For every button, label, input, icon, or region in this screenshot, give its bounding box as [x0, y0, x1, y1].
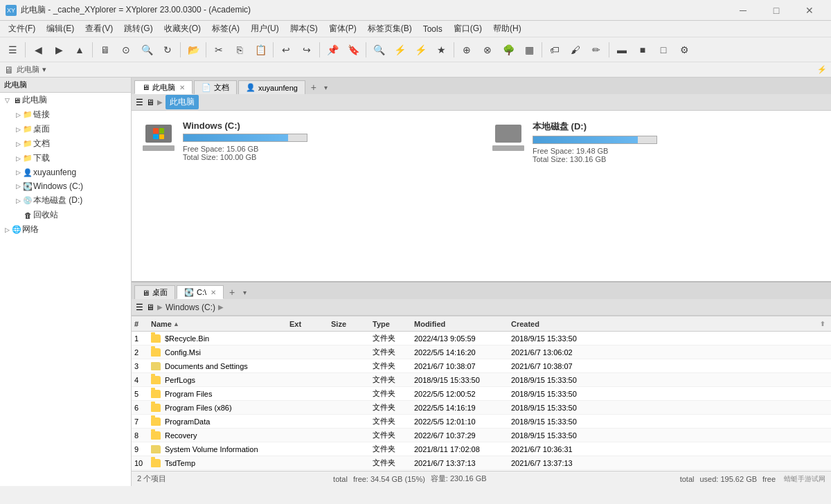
zoom-icon[interactable]: 🔍: [137, 40, 157, 60]
tab-thispc[interactable]: 🖥 此电脑 ✕: [134, 80, 193, 94]
filter-toolbar-icon[interactable]: ⚡: [817, 65, 827, 74]
table-row[interactable]: 3 Documents and Settings 文件夹 2021/6/7 10…: [132, 359, 831, 373]
bookmark-icon[interactable]: 🔖: [343, 40, 363, 60]
panel-menu-icon[interactable]: ☰: [136, 98, 143, 107]
star-icon[interactable]: ★: [431, 40, 451, 60]
tab-ca-close[interactable]: ✕: [211, 289, 216, 296]
table-row[interactable]: 6 Program Files (x86) 文件夹 2022/5/5 14:16…: [132, 401, 831, 415]
tree-item-user[interactable]: ▷ 👤 xuyaunfeng: [0, 165, 131, 179]
tree-item-docs[interactable]: ▷ 📁 文档: [0, 136, 131, 151]
drive-d-item[interactable]: 本地磁盘 (D:) Free Space: 19.48 GB Total Siz…: [488, 118, 824, 166]
up-button[interactable]: ▲: [70, 40, 89, 60]
col-header-name[interactable]: Name ▲: [151, 320, 289, 328]
table-row[interactable]: 5 Program Files 文件夹 2022/5/5 12:00:52 20…: [132, 387, 831, 401]
tab-add-button[interactable]: +: [307, 80, 321, 94]
col-header-type[interactable]: Type: [373, 320, 414, 328]
table-row[interactable]: 1 $Recycle.Bin 文件夹 2022/4/13 9:05:59 201…: [132, 332, 831, 345]
menu-tabsets[interactable]: 标签页集(B): [362, 21, 418, 37]
tree-item-computer[interactable]: ▽ 🖥 此电脑: [0, 93, 131, 107]
menu-view[interactable]: 查看(V): [80, 21, 118, 37]
expand-downloads-icon[interactable]: ▷: [14, 154, 22, 163]
toolbar-menu-icon[interactable]: ☰: [3, 40, 22, 60]
col-header-ext[interactable]: Ext: [289, 320, 331, 328]
tree-item-network[interactable]: ▷ 🌐 网络: [0, 222, 131, 237]
menu-users[interactable]: 用户(U): [245, 21, 285, 37]
bottom-tab-arrow-button[interactable]: ▾: [239, 285, 250, 299]
expand-user-icon[interactable]: ▷: [14, 168, 22, 177]
bottom-tab-add-button[interactable]: +: [225, 285, 239, 299]
forward-button[interactable]: ▶: [49, 40, 69, 60]
drive-c-item[interactable]: Windows (C:) Free Space: 15.06 GB Total …: [138, 118, 474, 166]
paste-icon[interactable]: 📋: [251, 40, 270, 60]
pin-icon[interactable]: 📌: [323, 40, 342, 60]
menu-tags[interactable]: 标签(A): [206, 21, 245, 37]
bottom-panel-menu-icon[interactable]: ☰: [136, 303, 143, 312]
pencil-icon[interactable]: ✏: [587, 40, 606, 60]
table-row[interactable]: 10 TsdTemp 文件夹 2021/6/7 13:37:13 2021/6/…: [132, 456, 831, 470]
filter-icon[interactable]: ⚡: [390, 40, 409, 60]
minimize-button[interactable]: ─: [727, 0, 759, 21]
tab-arrow-button[interactable]: ▾: [321, 80, 332, 94]
tree-item-desktop[interactable]: ▷ 📁 桌面: [0, 122, 131, 136]
col-header-modified[interactable]: Modified: [414, 320, 511, 328]
menu-window2[interactable]: 窗口(G): [448, 21, 488, 37]
view2-icon[interactable]: ■: [633, 40, 652, 60]
maximize-button[interactable]: □: [760, 0, 792, 21]
redo-icon[interactable]: ↪: [297, 40, 316, 60]
menu-help[interactable]: 帮助(H): [488, 21, 527, 37]
dropdown-arrow-icon[interactable]: ▾: [42, 65, 46, 74]
refresh-icon[interactable]: ↻: [158, 40, 177, 60]
search-icon[interactable]: 🔍: [369, 40, 388, 60]
folder-open-icon[interactable]: 📂: [184, 40, 203, 60]
table-row[interactable]: 2 Config.Msi 文件夹 2022/5/5 14:16:20 2021/…: [132, 345, 831, 359]
expand-docs-icon[interactable]: ▷: [14, 140, 22, 148]
view1-icon[interactable]: ▬: [612, 40, 632, 60]
table-row[interactable]: 7 ProgramData 文件夹 2022/5/5 12:01:10 2018…: [132, 415, 831, 429]
table-row[interactable]: 4 PerfLogs 文件夹 2018/9/15 15:33:50 2018/9…: [132, 373, 831, 387]
table-row[interactable]: 9 System Volume Information 文件夹 2021/8/1…: [132, 442, 831, 456]
circle-icon[interactable]: ⊕: [457, 40, 476, 60]
tab-docs[interactable]: 📄 文档: [194, 80, 237, 94]
brush-icon[interactable]: 🖌: [566, 40, 585, 60]
tree-item-links[interactable]: ▷ 📁 链接: [0, 107, 131, 122]
computer-icon[interactable]: 🖥: [96, 40, 115, 60]
menu-edit[interactable]: 编辑(E): [41, 21, 80, 37]
tab-ca[interactable]: 💽 C:\ ✕: [177, 285, 224, 299]
expand-links-icon[interactable]: ▷: [14, 111, 22, 119]
tree-item-recycle[interactable]: ▷ 🗑 回收站: [0, 208, 131, 222]
view3-icon[interactable]: □: [654, 40, 673, 60]
grid-icon[interactable]: ▦: [519, 40, 539, 60]
menu-window[interactable]: 窗体(P): [323, 21, 362, 37]
expand-locd-icon[interactable]: ▷: [14, 197, 22, 205]
circle2-icon[interactable]: ⊗: [478, 40, 497, 60]
undo-icon[interactable]: ↩: [276, 40, 296, 60]
menu-tools[interactable]: Tools: [418, 21, 448, 37]
col-header-created[interactable]: Created: [511, 320, 608, 328]
col-header-size[interactable]: Size: [331, 320, 373, 328]
menu-favorites[interactable]: 收藏夹(O): [159, 21, 206, 37]
tab-user[interactable]: 👤 xuyaunfeng: [238, 80, 305, 94]
expand-network-icon[interactable]: ▷: [3, 226, 11, 234]
breadcrumb-thispc[interactable]: 此电脑: [166, 95, 199, 109]
menu-scripts[interactable]: 脚本(S): [285, 21, 323, 37]
copy-icon[interactable]: ⎘: [230, 40, 249, 60]
tree-item-winc[interactable]: ▷ 💽 Windows (C:): [0, 179, 131, 193]
tree-icon[interactable]: 🌳: [499, 40, 518, 60]
cut-icon[interactable]: ✂: [209, 40, 229, 60]
filter2-icon[interactable]: ⚡: [411, 40, 430, 60]
tree-item-locd[interactable]: ▷ 💿 本地磁盘 (D:): [0, 193, 131, 208]
back-button[interactable]: ◀: [28, 40, 48, 60]
table-row[interactable]: 8 Recovery 文件夹 2022/6/7 10:37:29 2018/9/…: [132, 429, 831, 442]
tree-item-downloads[interactable]: ▷ 📁 下载: [0, 151, 131, 165]
settings-icon[interactable]: ⚙: [674, 40, 694, 60]
menu-file[interactable]: 文件(F): [3, 21, 41, 37]
tab-desktop[interactable]: 🖥 桌面: [134, 285, 175, 299]
expand-computer-icon[interactable]: ▽: [3, 96, 11, 105]
menu-jump[interactable]: 跳转(G): [118, 21, 158, 37]
close-button[interactable]: ✕: [794, 0, 825, 21]
expand-winc-icon[interactable]: ▷: [14, 182, 22, 190]
expand-desktop-icon[interactable]: ▷: [14, 125, 22, 134]
tab-thispc-close[interactable]: ✕: [179, 84, 185, 91]
breadcrumb-winc[interactable]: Windows (C:): [166, 303, 215, 312]
target-icon[interactable]: ⊙: [116, 40, 136, 60]
